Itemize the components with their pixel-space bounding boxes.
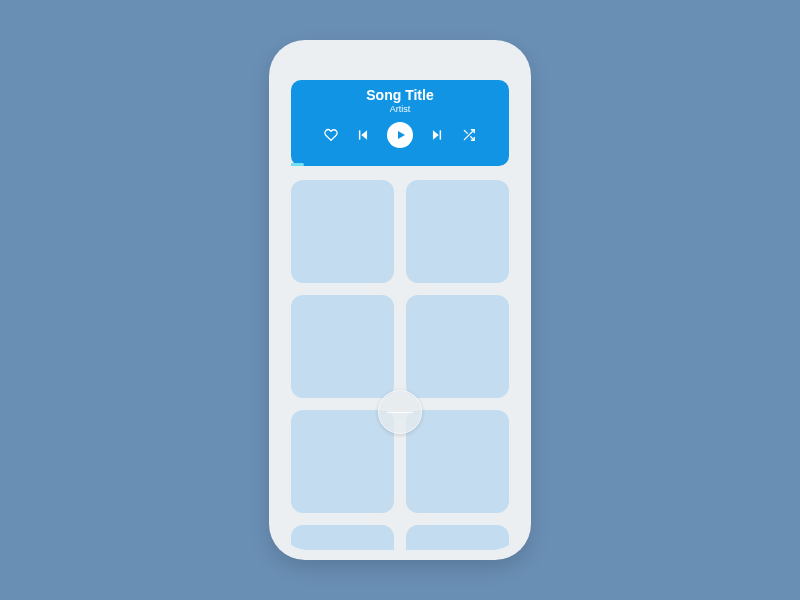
svg-rect-1 <box>359 131 360 140</box>
play-button[interactable] <box>387 122 413 148</box>
grid-tile[interactable] <box>291 525 394 550</box>
svg-marker-2 <box>398 131 405 139</box>
svg-marker-0 <box>361 131 367 140</box>
grid-tile[interactable] <box>406 295 509 398</box>
grid-tile[interactable] <box>406 525 509 550</box>
grid-tile[interactable] <box>291 295 394 398</box>
phone-notch <box>340 40 460 60</box>
favorite-icon[interactable] <box>323 127 339 143</box>
svg-marker-3 <box>433 131 439 140</box>
grid-tile[interactable] <box>291 180 394 283</box>
svg-rect-4 <box>440 131 441 140</box>
progress-fill <box>291 163 304 166</box>
grid-tile[interactable] <box>406 180 509 283</box>
content-grid <box>291 180 509 550</box>
player-controls <box>323 122 477 148</box>
grid-tile[interactable] <box>291 410 394 513</box>
artist-name: Artist <box>390 104 411 114</box>
phone-frame: Song Title Artist <box>269 40 531 560</box>
grid-tile[interactable] <box>406 410 509 513</box>
music-player-card: Song Title Artist <box>291 80 509 166</box>
shuffle-icon[interactable] <box>461 127 477 143</box>
next-track-icon[interactable] <box>429 127 445 143</box>
previous-track-icon[interactable] <box>355 127 371 143</box>
song-title: Song Title <box>366 88 433 103</box>
phone-screen: Song Title Artist <box>279 50 521 550</box>
progress-track[interactable] <box>291 163 509 166</box>
touch-indicator <box>378 390 422 434</box>
svg-line-7 <box>464 131 467 134</box>
